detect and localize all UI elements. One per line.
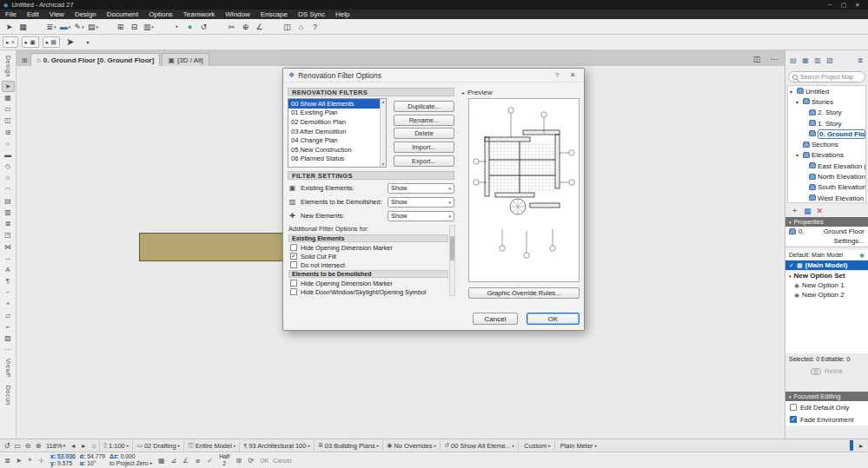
properties-header[interactable]: ▾ Properties [785, 217, 868, 227]
tab-switcher-icon[interactable]: ⊞ [18, 55, 30, 66]
zoom-plus-icon[interactable]: ⊕ [239, 21, 253, 33]
panel-toggle-icon[interactable]: ◫ [281, 21, 295, 33]
shell-tool-icon[interactable]: ◠ [2, 183, 15, 194]
mesh-tool-icon[interactable]: ▤ [2, 195, 15, 207]
menu-item[interactable]: Edit [22, 10, 44, 19]
option-set-row[interactable]: ▾ New Option Set [785, 271, 868, 280]
project-map-search[interactable]: Search Project Map [788, 71, 865, 82]
focused-editing-header[interactable]: ▾ Focused Editing [785, 392, 868, 401]
maximize-button[interactable]: ▢ [837, 2, 851, 9]
renovation-filter-item[interactable]: 03 After Demolition [288, 127, 380, 136]
cursor-tool-dropdown-icon[interactable]: ▾ [81, 36, 95, 49]
tree-item[interactable]: 0. Ground Floor [788, 129, 865, 139]
visibility-icon[interactable]: ◉ [794, 292, 799, 299]
publisher-tab-icon[interactable]: ▧ [825, 56, 835, 65]
cursor-mode-icon[interactable]: ➤ [14, 455, 23, 465]
toolbar-icon[interactable] [156, 21, 169, 33]
pen-tool-dropdown[interactable]: ✎▾ [72, 21, 86, 33]
menu-item[interactable]: Help [330, 10, 354, 19]
rename-button[interactable]: Rename... [394, 115, 454, 126]
snap-check-icon[interactable]: ✓ [205, 455, 215, 465]
menu-item[interactable]: Enscape [255, 10, 293, 19]
options-scrollbar[interactable] [449, 225, 455, 296]
filter-option-row[interactable]: Hide Opening Dimension Marker [290, 279, 447, 287]
tree-item[interactable]: ▾ Stories [788, 96, 865, 107]
distance-tracker[interactable]: d:54.779 α:10° [80, 453, 105, 468]
railing-tool-icon[interactable]: ⋈ [2, 241, 15, 252]
zoom-out-icon[interactable]: ⊖ [23, 440, 33, 451]
rotate-icon[interactable]: ↺ [197, 21, 211, 33]
tree-item[interactable]: Sections [788, 139, 865, 149]
layout-book-tab-icon[interactable]: ▥ [812, 56, 823, 65]
scissors-icon[interactable]: ✂ [225, 21, 239, 33]
model-view-options-selector[interactable]: ≣ 03 Building Plans ▸ [314, 440, 382, 451]
partial-structure-selector[interactable]: ◫ Entire Model ▸ [183, 440, 239, 451]
demolished-elements-select[interactable]: Show▾ [388, 197, 454, 208]
door-tool-icon[interactable]: ◫ [2, 115, 15, 126]
tree-item[interactable]: East Elevation (Auto... [788, 161, 865, 171]
zoom-level-selector[interactable]: 118%▾ [43, 442, 68, 450]
ok-hint[interactable]: OK [260, 458, 268, 464]
home-zoom-icon[interactable]: ⌂ [89, 440, 99, 451]
checkbox[interactable] [290, 261, 297, 268]
viewpoint-tab[interactable]: ⌂ 0. Ground Floor [0. Ground Floor] × [30, 53, 160, 66]
close-button[interactable]: ✕ [851, 2, 865, 9]
working-units-selector[interactable]: Plain Meter ▸ [554, 440, 600, 451]
line-style-dropdown[interactable]: ≣▾ [44, 21, 58, 33]
pane-split-icon[interactable]: ◫ [750, 54, 764, 64]
fit-in-window-icon[interactable]: ▭ [12, 440, 23, 451]
clone-folder-icon[interactable]: ▦ [804, 207, 812, 215]
refresh-view-icon[interactable]: ↺ [2, 440, 12, 451]
menu-item[interactable]: File [0, 10, 22, 19]
graphic-override-selector[interactable]: ◉ No Overrides ▸ [382, 440, 440, 451]
model-status-icon[interactable]: ◉ [859, 252, 865, 259]
previous-view-icon[interactable]: ◂ [68, 440, 78, 451]
cursor-tool-icon[interactable]: ➤ [63, 36, 77, 49]
marquee-tool-icon[interactable]: ▦ [2, 92, 15, 103]
gravity-icon[interactable]: ⊿ [169, 455, 178, 465]
checkbox[interactable] [790, 404, 797, 411]
hatch-tool-icon[interactable]: ▨ [2, 333, 15, 344]
hotspot-tool-icon[interactable]: + [2, 298, 15, 309]
visibility-icon[interactable]: ◉ [794, 282, 799, 289]
column-grid-icon[interactable]: ⊟ [128, 21, 142, 33]
marquee-icon[interactable]: ▦ [17, 21, 30, 33]
minimize-button[interactable]: ─ [823, 2, 837, 8]
renovation-filter-item[interactable]: 05 New Construction [288, 145, 380, 155]
tree-item[interactable]: ▾ Untitled [788, 86, 865, 96]
tree-item[interactable]: 2. Story [788, 108, 865, 118]
checkbox[interactable] [790, 416, 797, 423]
default-settings-dropdown[interactable]: ▸▣ [22, 36, 39, 48]
snap-guides-icon[interactable]: ⊞ [234, 455, 243, 465]
dialog-titlebar[interactable]: ❖ Renovation Filter Options ? ✕ [283, 69, 584, 82]
cancel-button[interactable]: Cancel [473, 313, 518, 325]
text-tool-icon[interactable]: A [2, 264, 15, 275]
preview-collapse-icon[interactable]: ◂ [461, 89, 464, 96]
navigator-menu-icon[interactable]: ≣ [855, 56, 865, 65]
settings-link[interactable]: Settings... [833, 237, 865, 245]
main-model-row[interactable]: ✓ ▦ (Main Model) [785, 260, 868, 270]
delete-viewpoint-icon[interactable]: ✕ [817, 207, 824, 215]
arrow-tool-icon[interactable]: ➤ [2, 81, 15, 92]
scale-selector[interactable]: ▯ 1:100 ▸ [99, 440, 132, 451]
tree-item[interactable]: ▾ Elevations [788, 150, 865, 161]
grid-snap-icon[interactable]: ▦ [156, 455, 166, 465]
snap-point-icon[interactable]: ⌀ [193, 455, 202, 465]
menu-item[interactable]: Options [143, 10, 178, 19]
checkbox[interactable] [290, 288, 297, 295]
zone-tool-icon[interactable]: ▥ [2, 207, 15, 218]
filter-option-row[interactable]: Do not intersect [290, 260, 447, 269]
stair-tool-icon[interactable]: ◳ [2, 229, 15, 241]
document-palette-tab[interactable]: Docun [5, 386, 11, 405]
measure-angle-icon[interactable]: ∠ [253, 21, 267, 33]
snap-fraction-selector[interactable]: Half 2 [219, 453, 229, 467]
toolbar-icon[interactable] [267, 21, 281, 33]
focused-option-row[interactable]: Edit Default Only [785, 401, 868, 413]
morph-tool-icon[interactable]: ↔ [2, 253, 15, 264]
dimension-style-selector[interactable]: Custom ▸ [518, 440, 553, 451]
renovation-filter-item[interactable]: 04 Change Plan [288, 135, 380, 145]
arc-tool-icon[interactable]: ◔ [169, 21, 183, 33]
renovation-filter-item[interactable]: 06 Planned Status [288, 155, 380, 164]
tab-overflow-icon[interactable]: ⋯ [767, 54, 781, 64]
help-icon[interactable]: ? [308, 21, 322, 33]
